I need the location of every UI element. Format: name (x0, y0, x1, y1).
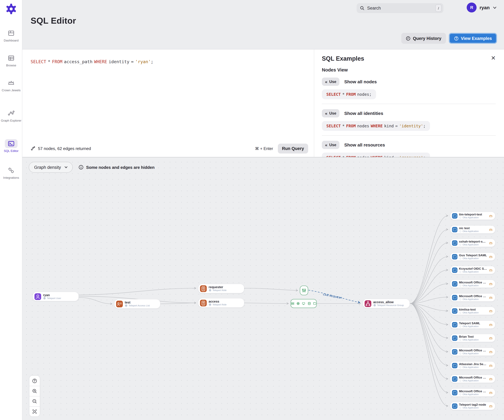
crown-jewel-icon[interactable] (489, 390, 493, 395)
query-history-button[interactable]: Query History (402, 33, 446, 44)
graph-node-ryan[interactable]: ryan Teleport User (33, 292, 79, 301)
spinner-icon (459, 311, 462, 314)
spinner-icon (459, 230, 462, 232)
example-label: Show all nodes (344, 79, 377, 84)
crown-jewel-icon[interactable] (489, 309, 493, 313)
spinner-icon (459, 270, 462, 273)
edge-label-can-request: CAN REQUEST (323, 293, 342, 299)
crown-jewel-icon[interactable] (489, 227, 493, 231)
graph-node-access[interactable]: access Teleport Role (198, 298, 244, 308)
crown-jewel-icon[interactable] (489, 336, 493, 340)
window-app-icon (452, 403, 457, 409)
sidebar-item-integrations[interactable]: Integrations (0, 166, 22, 179)
crown-jewel-icon[interactable] (489, 404, 493, 408)
graph-node-okta-app[interactable]: Teleport SAML Okta Application (450, 320, 495, 329)
sidebar-item-crown-jewels[interactable]: Crown Jewels (0, 79, 22, 92)
graph-density-label: Graph density (34, 165, 61, 170)
window-app-icon (452, 227, 457, 232)
crown-jewel-icon[interactable] (489, 214, 493, 218)
graph-node-test[interactable]: test Teleport Access List (114, 299, 161, 309)
sidebar-item-label: Integrations (3, 176, 19, 179)
search-input[interactable]: Search / (357, 3, 443, 13)
examples-title: SQL Examples (322, 55, 364, 62)
gear-icon (209, 303, 211, 306)
database-icon (307, 302, 311, 305)
crown-jewel-icon[interactable] (489, 377, 493, 381)
window-app-icon (452, 376, 457, 382)
use-example-button[interactable]: «Use (322, 78, 340, 86)
window-app-icon (452, 363, 457, 368)
run-query-button[interactable]: Run Query (278, 143, 308, 153)
use-example-button[interactable]: «Use (322, 109, 340, 117)
graph-node-access-allow[interactable]: access_allow Teleport Resource Group (363, 299, 410, 308)
sidebar-item-label: Dashboard (4, 39, 19, 42)
crown-jewel-icon[interactable] (489, 350, 493, 354)
graph-node-okta-app[interactable]: Krzysztof OIDC SSO App Okta Application (450, 266, 495, 274)
crown-jewel-icon[interactable] (489, 282, 493, 286)
graph-canvas[interactable]: Graph density Some nodes and edges are h… (22, 157, 504, 420)
graph-node-resource-kinds[interactable] (291, 299, 317, 308)
graph-node-requester[interactable]: requester Teleport Role (198, 284, 244, 293)
graph-node-okta-app[interactable]: kimlisa-test Okta Application (450, 307, 495, 315)
zoom-out-button[interactable] (29, 396, 40, 406)
page-title: SQL Editor (31, 16, 76, 26)
access-list-icon (116, 300, 123, 307)
sidebar: Dashboard Browse Crown Jewels (0, 0, 22, 420)
sidebar-item-sql-editor[interactable]: SQL Editor (0, 139, 22, 152)
use-example-button[interactable]: «Use (322, 141, 340, 149)
crown-jewel-icon[interactable] (489, 268, 493, 272)
graph-node-okta-app[interactable]: Microsoft Office 365 Okta Application (450, 293, 495, 302)
user-menu[interactable]: R ryan (467, 3, 497, 12)
crown-jewel-icon[interactable] (489, 295, 493, 299)
clock-icon (406, 36, 411, 41)
graph-density-select[interactable]: Graph density (29, 162, 73, 173)
sidebar-item-label: Crown Jewels (2, 88, 21, 92)
graph-node-okta-app[interactable]: Teleport tag2-node Okta Application (450, 402, 495, 410)
graph-node-okta-app[interactable]: nic test Okta Application (450, 225, 495, 234)
graph-node-okta-app[interactable]: Microsoft Office 365 Okta Application (450, 375, 495, 383)
crown-jewel-icon[interactable] (489, 255, 493, 259)
help-button[interactable] (29, 376, 40, 386)
search-shortcut-key: / (435, 5, 441, 12)
crown-jewel-icon[interactable] (489, 363, 493, 367)
app-logo-gear-icon[interactable] (6, 3, 17, 15)
graph-edges: CAN REQUEST (22, 157, 504, 420)
graph-node-okta-app[interactable]: Gus Teleport SAML Okta Application (450, 252, 495, 261)
graph-node-okta-app[interactable]: Microsoft Office 365 Okta Application (450, 280, 495, 288)
sidebar-item-label: Browse (6, 63, 16, 67)
window-app-icon (452, 390, 457, 395)
result-status-text: 57 nodes, 62 edges returned (38, 146, 91, 151)
crown-jewel-icon[interactable] (489, 241, 493, 245)
graph-node-okta-app[interactable]: Microsoft Office 365 Okta Application (450, 388, 495, 397)
graph-node-filters[interactable] (300, 286, 308, 295)
graph-node-okta-app[interactable]: Atlassian Jira Server Okta Application (450, 361, 495, 370)
zoom-in-button[interactable] (29, 386, 40, 396)
graph-node-okta-app[interactable]: tim-teleport-test Okta Application (450, 212, 495, 220)
crown-icon (5, 79, 18, 87)
info-icon (78, 165, 84, 170)
graph-node-okta-app[interactable]: Microsoft Office 365 Okta Application (450, 347, 495, 356)
hidden-nodes-notice: Some nodes and edges are hidden (78, 165, 155, 170)
user-name: ryan (480, 5, 490, 10)
close-icon[interactable]: ✕ (491, 55, 496, 61)
sql-keyword: FROM (52, 59, 62, 64)
sidebar-item-browse[interactable]: Browse (0, 54, 22, 67)
result-status: 57 nodes, 62 edges returned (31, 146, 91, 151)
fit-view-button[interactable] (29, 406, 40, 416)
view-examples-button[interactable]: View Examples (449, 33, 497, 44)
gear-icon (373, 304, 376, 307)
graph-node-okta-app[interactable]: Brian Test Okta Application (450, 334, 495, 342)
gear-icon (125, 304, 128, 307)
crown-jewel-icon[interactable] (489, 323, 493, 327)
dashboard-icon (5, 29, 18, 38)
sql-examples-panel: SQL Examples ✕ Nodes View «Use Show all … (314, 49, 504, 157)
user-icon (35, 293, 41, 300)
spinner-icon (459, 298, 462, 300)
graph-node-okta-app[interactable]: sshah-teleport-saml-idp... Okta Applicat… (450, 239, 495, 247)
sidebar-item-graph-explorer[interactable]: Graph Explorer (0, 109, 22, 122)
sidebar-item-dashboard[interactable]: Dashboard (0, 29, 22, 42)
sidebar-item-label: SQL Editor (4, 149, 18, 152)
page-header: SQL Editor Search / R ryan (22, 0, 504, 49)
sql-query-input[interactable]: SELECT*FROMaccess_pathWHEREidentity='rya… (22, 49, 314, 64)
window-app-icon (452, 213, 457, 219)
